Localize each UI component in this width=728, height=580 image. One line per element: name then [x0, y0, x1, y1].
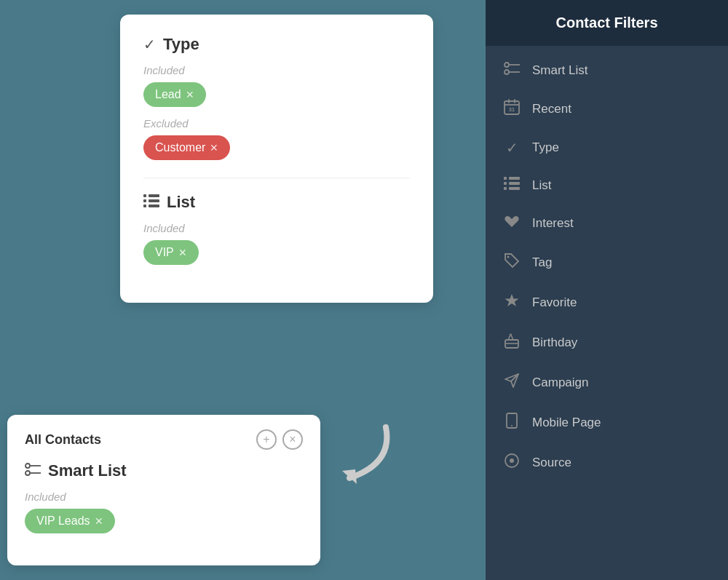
type-filter-icon: ✓	[503, 139, 521, 156]
svg-text:31: 31	[509, 107, 515, 112]
filter-item-favorite[interactable]: Favorite	[486, 282, 728, 322]
close-filter-button[interactable]: ×	[282, 429, 303, 450]
source-filter-label: Source	[532, 456, 571, 470]
svg-rect-4	[143, 204, 146, 207]
smart-list-section-title: Smart List	[48, 461, 127, 480]
filter-item-type[interactable]: ✓ Type	[486, 129, 728, 167]
svg-rect-25	[509, 187, 520, 190]
svg-point-11	[505, 63, 509, 67]
svg-rect-5	[149, 204, 159, 207]
svg-point-8	[25, 471, 30, 475]
vip-leads-tag[interactable]: VIP Leads ✕	[25, 509, 115, 533]
campaign-filter-icon	[503, 373, 521, 392]
list-filter-icon	[503, 177, 521, 194]
all-contacts-title: All Contacts	[25, 432, 101, 448]
svg-rect-22	[504, 182, 507, 185]
customer-tag[interactable]: Customer ✕	[143, 135, 230, 160]
favorite-filter-label: Favorite	[532, 295, 577, 310]
filter-item-list[interactable]: List	[486, 167, 728, 204]
vip-leads-tag-close[interactable]: ✕	[95, 515, 103, 527]
interest-filter-label: Interest	[532, 216, 574, 231]
svg-rect-23	[509, 182, 520, 185]
smart-list-included-tags: VIP Leads ✕	[25, 509, 303, 533]
section-divider	[143, 178, 410, 178]
campaign-filter-label: Campaign	[532, 376, 589, 390]
svg-point-6	[25, 464, 30, 468]
filter-item-mobile-page[interactable]: Mobile Page	[486, 402, 728, 442]
list-filter-label: List	[532, 178, 551, 193]
filter-item-recent[interactable]: 31 Recent	[486, 89, 728, 129]
list-section-header: List	[143, 193, 410, 212]
interest-filter-icon	[503, 214, 521, 232]
filter-item-campaign[interactable]: Campaign	[486, 362, 728, 402]
type-section-header: ✓ Type	[143, 35, 410, 54]
smart-list-filter-icon	[503, 62, 521, 79]
list-section: List Included VIP ✕	[143, 193, 410, 265]
vip-tag[interactable]: VIP ✕	[143, 240, 199, 265]
customer-tag-label: Customer	[155, 141, 205, 154]
smart-list-section: Smart List Included VIP Leads ✕	[25, 461, 303, 533]
svg-point-13	[505, 70, 509, 74]
svg-marker-27	[505, 294, 519, 306]
filter-item-tag[interactable]: Tag	[486, 242, 728, 282]
right-panel: Contact Filters Smart List	[486, 0, 728, 580]
mobile-page-filter-icon	[503, 413, 521, 432]
svg-rect-24	[504, 187, 507, 190]
lead-tag[interactable]: Lead ✕	[143, 82, 206, 107]
bottom-card: All Contacts + × Smart List Included VIP…	[7, 415, 320, 565]
smart-list-icon	[25, 463, 41, 480]
type-filter-label: Type	[532, 140, 559, 155]
right-panel-header: Contact Filters	[486, 0, 728, 46]
svg-rect-1	[149, 194, 159, 197]
lead-tag-label: Lead	[155, 88, 181, 101]
list-icon	[143, 194, 159, 211]
filter-item-birthday[interactable]: Birthday	[486, 322, 728, 362]
svg-point-26	[507, 256, 510, 258]
vip-tag-close[interactable]: ✕	[178, 247, 187, 258]
filter-card: ✓ Type Included Lead ✕ Excluded Customer…	[120, 15, 433, 303]
customer-tag-close[interactable]: ✕	[210, 142, 218, 154]
filter-list: Smart List 31 Recent ✓ Type	[486, 46, 728, 488]
arrow-indicator	[328, 413, 400, 485]
mobile-page-filter-label: Mobile Page	[532, 416, 601, 430]
svg-rect-0	[143, 194, 146, 197]
type-included-tags: Lead ✕	[143, 82, 410, 107]
favorite-filter-icon	[503, 293, 521, 312]
lead-tag-close[interactable]: ✕	[186, 89, 194, 100]
type-excluded-tags: Customer ✕	[143, 135, 410, 160]
smart-list-filter-label: Smart List	[532, 63, 588, 78]
svg-point-31	[511, 425, 513, 426]
vip-tag-label: VIP	[155, 246, 174, 259]
svg-rect-2	[143, 199, 146, 202]
filter-item-smart-list[interactable]: Smart List	[486, 52, 728, 89]
vip-leads-tag-label: VIP Leads	[36, 515, 90, 528]
type-excluded-label: Excluded	[143, 117, 410, 130]
tag-filter-label: Tag	[532, 255, 552, 270]
type-section: ✓ Type Included Lead ✕ Excluded Customer…	[143, 35, 410, 160]
svg-marker-10	[342, 469, 357, 484]
checkmark-icon: ✓	[143, 36, 156, 53]
bottom-card-actions: + ×	[256, 429, 303, 450]
birthday-filter-icon	[503, 333, 521, 352]
source-filter-icon	[503, 453, 521, 472]
list-included-tags: VIP ✕	[143, 240, 410, 265]
contact-filters-title: Contact Filters	[555, 15, 657, 31]
filter-item-source[interactable]: Source	[486, 442, 728, 482]
recent-filter-icon: 31	[503, 99, 521, 119]
tag-filter-icon	[503, 253, 521, 272]
type-section-title: Type	[163, 35, 199, 54]
birthday-filter-label: Birthday	[532, 335, 577, 350]
svg-rect-3	[149, 199, 159, 202]
type-included-label: Included	[143, 64, 410, 76]
list-included-label: Included	[143, 222, 410, 234]
smart-list-section-header: Smart List	[25, 461, 303, 480]
list-section-title: List	[167, 193, 195, 212]
svg-rect-21	[509, 177, 520, 180]
svg-point-33	[510, 458, 514, 463]
bottom-card-header: All Contacts + ×	[25, 429, 303, 450]
recent-filter-label: Recent	[532, 102, 571, 116]
add-filter-button[interactable]: +	[256, 429, 277, 450]
svg-rect-20	[504, 177, 507, 180]
smart-list-included-label: Included	[25, 490, 303, 503]
filter-item-interest[interactable]: Interest	[486, 204, 728, 242]
